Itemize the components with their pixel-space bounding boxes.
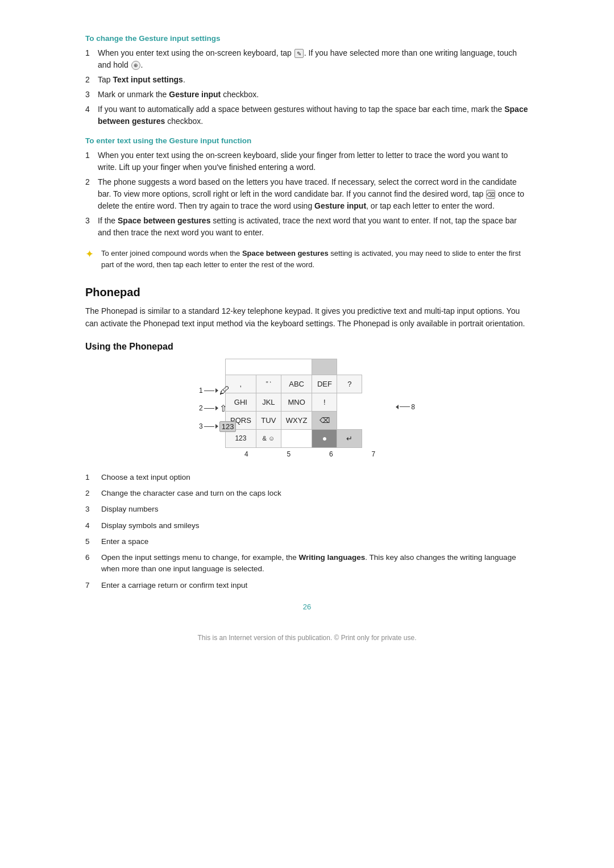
annotation-2: 2 ⇧ [199,403,227,414]
arrow-tip-right [215,388,218,393]
label-num: 2 [85,488,101,499]
page-footer: This is an Internet version of this publ… [85,634,529,642]
annotation-3-num: 3 [199,422,203,430]
tip-text: To enter joined compound words when the … [101,248,529,270]
label-num: 7 [85,580,101,591]
annotation-8-num: 8 [411,403,415,411]
label-text: Choose a text input option [101,472,529,483]
label-text: Enter a space [101,536,529,547]
kb-btn-grey[interactable] [312,359,337,375]
backspace-icon: ⌫ [486,190,495,199]
list-text: Tap Text input settings. [98,74,529,86]
label-item-6: 6 Open the input settings menu to change… [85,552,529,575]
list-item: 1 When you enter text using the on-scree… [85,149,529,173]
list-num: 2 [85,176,98,212]
arrow-tip-right [215,406,218,410]
annotation-7: 7 [361,450,386,458]
annotation-6: 6 [318,450,343,458]
label-item-1: 1 Choose a text input option [85,472,529,483]
label-list: 1 Choose a text input option 2 Change th… [85,472,529,591]
bottom-annotations: 4 5 6 7 [225,450,395,458]
label-text: Display symbols and smileys [101,520,529,531]
kb-key-space[interactable] [281,429,312,447]
kb-row-1: , " ‘ ABC DEF ? [226,375,362,393]
annotation-icon: 123 [219,421,237,432]
globe-icon: ⊕ [131,61,140,70]
tip-block: ✦ To enter joined compound words when th… [85,248,529,270]
annotation-icon: ⇧ [219,403,227,414]
arrow-line [204,426,214,427]
phonepad-desc: The Phonepad is similar to a standard 12… [85,305,529,330]
list-num: 1 [85,47,98,71]
label-text: Display numbers [101,504,529,515]
list-text: When you enter text using the on-screen … [98,47,529,71]
kb-row-0 [226,359,362,375]
list-num: 3 [85,215,98,239]
list-text: Mark or unmark the Gesture input checkbo… [98,89,529,101]
list-num: 2 [85,74,98,86]
annotation-1: 1 🖊 [199,385,230,397]
kb-key-def[interactable]: DEF [312,375,337,393]
kb-key-jkl[interactable]: JKL [256,393,281,411]
arrow-line [400,406,410,407]
list-item: 4 If you want to automatically add a spa… [85,103,529,127]
kb-text-input[interactable] [226,359,312,375]
gesture-settings-list: 1 When you enter text using the on-scree… [85,47,529,127]
label-text: Open the input settings menu to change, … [101,552,529,575]
label-text: Change the character case and turn on th… [101,488,529,499]
kb-key-question[interactable]: ? [337,375,362,393]
kb-key-enter[interactable]: ↵ [337,429,362,447]
kb-key-excl[interactable]: ! [312,393,337,411]
annotation-1-num: 1 [199,387,203,394]
kb-key-123[interactable]: 123 [226,429,256,447]
kb-key-mno[interactable]: MNO [281,393,312,411]
label-item-3: 3 Display numbers [85,504,529,515]
arrow-line [204,408,214,409]
phonepad-diagram: 1 🖊 2 ⇧ 3 123 8 [199,359,415,458]
bold-text: Text input settings [113,75,182,84]
phonepad-title: Phonepad [85,286,529,299]
list-text: When you enter text using the on-screen … [98,149,529,173]
kb-key-quote[interactable]: " ‘ [256,375,281,393]
using-phonepad-title: Using the Phonepad [85,342,529,352]
kb-key-backspace[interactable]: ⌫ [312,411,337,429]
pencil-icon: ✎ [294,49,304,58]
page-number: 26 [85,603,529,611]
bold-text: Gesture input [169,90,221,99]
list-text: The phone suggests a word based on the l… [98,176,529,212]
label-num: 4 [85,520,101,531]
label-item-7: 7 Enter a carriage return or confirm tex… [85,580,529,591]
kb-key-amp-smile[interactable]: & ☺ [256,429,281,447]
bold-text: Gesture input [314,201,366,210]
kb-key-ghi[interactable]: GHI [226,393,256,411]
keyboard-table: , " ‘ ABC DEF ? GHI JKL MNO ! PQRS TUV [225,359,362,448]
arrow-tip-left [396,405,399,409]
list-item: 3 Mark or unmark the Gesture input check… [85,89,529,101]
kb-key-abc[interactable]: ABC [281,375,312,393]
arrow-tip-right [215,424,218,429]
kb-key-gesture[interactable]: ● [312,429,337,447]
kb-key-tuv[interactable]: TUV [256,411,281,429]
kb-row-4: 123 & ☺ ● ↵ [226,429,362,447]
kb-row-2: GHI JKL MNO ! [226,393,362,411]
label-num: 1 [85,472,101,483]
list-num: 3 [85,89,98,101]
bold-writing-languages: Writing languages [298,553,365,562]
kb-key-wxyz[interactable]: WXYZ [281,411,312,429]
annotation-icon: 🖊 [219,385,230,397]
annotation-8: 8 [396,403,415,411]
list-item: 2 Tap Text input settings. [85,74,529,86]
label-item-5: 5 Enter a space [85,536,529,547]
annotation-5: 5 [276,450,301,458]
list-text: If you want to automatically add a space… [98,103,529,127]
gesture-enter-list: 1 When you enter text using the on-scree… [85,149,529,239]
annotation-4: 4 [234,450,259,458]
kb-key-comma[interactable]: , [226,375,256,393]
list-num: 1 [85,149,98,173]
label-num: 6 [85,552,101,575]
tip-icon: ✦ [85,247,98,262]
list-text: If the Space between gestures setting is… [98,215,529,239]
bold-text: Space between gestures [98,105,528,126]
label-item-4: 4 Display symbols and smileys [85,520,529,531]
phonepad-wrapper: 1 🖊 2 ⇧ 3 123 8 [85,359,529,458]
